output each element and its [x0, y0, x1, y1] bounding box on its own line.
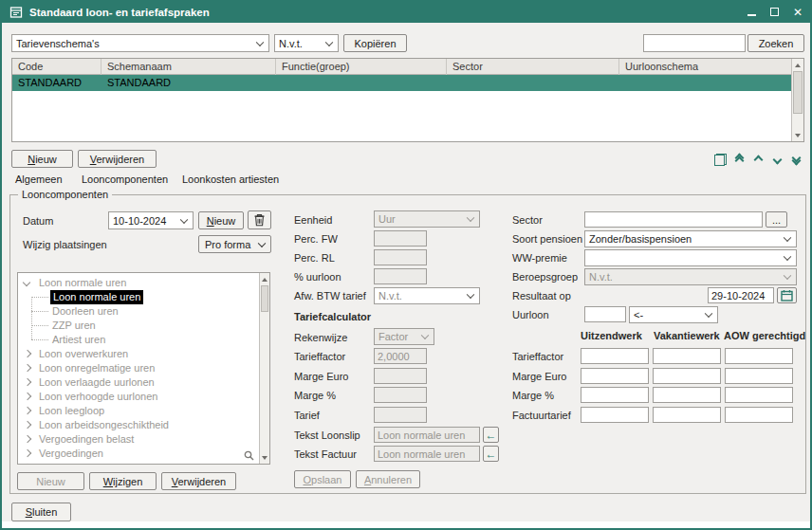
- chevron-right-icon[interactable]: [24, 378, 31, 386]
- scroll-up-button[interactable]: [260, 273, 269, 285]
- scroll-down-button[interactable]: [260, 451, 269, 464]
- delete-component-button[interactable]: Verwijderen: [161, 472, 236, 490]
- tarieffactor-input[interactable]: [374, 348, 427, 364]
- search-button[interactable]: Zoeken: [747, 34, 804, 52]
- tarief-input[interactable]: [374, 407, 427, 423]
- column-header-schemanaam[interactable]: Schemanaam: [102, 59, 276, 75]
- soort-pensioen-combobox[interactable]: Zonder/basispensioen: [584, 230, 797, 247]
- previous-record-button[interactable]: [749, 151, 766, 168]
- matrix-input[interactable]: [653, 368, 721, 384]
- tree-search-button[interactable]: [244, 450, 254, 463]
- perc-rl-input[interactable]: [374, 249, 427, 265]
- afw-btw-tarief-combobox[interactable]: N.v.t.: [374, 287, 480, 304]
- scrollbar-thumb[interactable]: [793, 71, 803, 114]
- chevron-down-icon[interactable]: [23, 279, 30, 286]
- rekenwijze-combobox[interactable]: Factor: [374, 328, 434, 345]
- delete-date-button[interactable]: [248, 210, 271, 229]
- delete-schema-button[interactable]: Verwijderen: [78, 150, 157, 168]
- chevron-down-icon: [180, 215, 188, 223]
- scroll-down-button[interactable]: [792, 129, 803, 141]
- matrix-row-label-marge-pct: Marge %: [512, 390, 554, 401]
- first-record-button[interactable]: [730, 151, 747, 168]
- copy-loonslip-text-button[interactable]: ←: [483, 427, 499, 443]
- cell-code: STANDAARD: [12, 75, 102, 91]
- tab-algemeen[interactable]: Algemeen: [15, 174, 63, 185]
- perc-fw-label: Perc. FW: [294, 233, 338, 245]
- uurloon-input[interactable]: [584, 306, 626, 322]
- tekst-factuur-input[interactable]: [374, 446, 480, 462]
- matrix-input[interactable]: [653, 387, 721, 403]
- tekst-loonslip-input[interactable]: [374, 427, 480, 443]
- filter-combobox[interactable]: N.v.t.: [274, 34, 339, 52]
- close-window-button[interactable]: Sluiten: [11, 503, 71, 521]
- matrix-input[interactable]: [653, 407, 721, 423]
- tab-looncomponenten[interactable]: Looncomponenten: [82, 174, 168, 185]
- pct-uurloon-input[interactable]: [374, 268, 427, 284]
- close-button[interactable]: ✕: [793, 7, 803, 18]
- new-date-button[interactable]: Nieuw: [198, 211, 244, 229]
- column-header-sector[interactable]: Sector: [447, 59, 619, 75]
- app-icon: [9, 6, 23, 19]
- save-button[interactable]: Opslaan: [294, 470, 351, 488]
- datum-label: Datum: [23, 215, 53, 227]
- sector-browse-button[interactable]: ...: [766, 211, 787, 228]
- tarief-label: Tarief: [294, 410, 320, 421]
- perc-fw-input[interactable]: [374, 230, 427, 247]
- schema-combobox[interactable]: Tarievenschema's: [11, 34, 269, 52]
- chevron-right-icon[interactable]: [24, 449, 31, 457]
- matrix-input[interactable]: [581, 348, 649, 364]
- uurloon-source-combobox[interactable]: <-: [629, 306, 718, 323]
- matrix-input[interactable]: [581, 368, 649, 384]
- copy-schema-button[interactable]: Kopiëren: [343, 34, 407, 52]
- chevron-right-icon[interactable]: [24, 464, 31, 465]
- datum-combobox[interactable]: 10-10-2024: [108, 211, 194, 229]
- search-input[interactable]: [643, 34, 746, 52]
- tab-loonkosten-artiesten[interactable]: Loonkosten artiesten: [182, 174, 279, 185]
- minimize-icon: [747, 14, 756, 16]
- matrix-input[interactable]: [725, 348, 793, 364]
- matrix-input[interactable]: [653, 348, 721, 364]
- column-header-uurloonschema[interactable]: Uurloonschema: [619, 59, 793, 75]
- chevron-right-icon[interactable]: [24, 435, 31, 443]
- maximize-icon: [770, 8, 779, 16]
- cancel-button[interactable]: Annuleren: [356, 470, 420, 488]
- sector-input[interactable]: [584, 211, 763, 228]
- last-record-button[interactable]: [787, 151, 804, 168]
- column-header-code[interactable]: Code: [12, 59, 102, 75]
- table-scrollbar[interactable]: [791, 59, 803, 141]
- matrix-input[interactable]: [725, 387, 793, 403]
- new-schema-button[interactable]: Nieuw: [11, 150, 73, 168]
- ww-premie-combobox[interactable]: [584, 249, 797, 266]
- tarieffactor-label: Tarieffactor: [294, 351, 345, 362]
- matrix-input[interactable]: [725, 407, 793, 423]
- resultaat-op-calendar-button[interactable]: [777, 287, 797, 303]
- copy-factuur-text-button[interactable]: ←: [483, 446, 499, 462]
- tree-scrollbar[interactable]: [259, 273, 269, 464]
- chevron-right-icon[interactable]: [24, 421, 31, 429]
- marge-euro-input[interactable]: [374, 368, 427, 384]
- scrollbar-thumb[interactable]: [261, 285, 268, 312]
- resultaat-op-input[interactable]: [708, 287, 774, 303]
- next-record-button[interactable]: [768, 151, 785, 168]
- bottom-strip: [2, 521, 810, 528]
- edit-component-button[interactable]: Wijzigen: [89, 472, 157, 490]
- minimize-button[interactable]: [747, 7, 756, 18]
- chevron-right-icon[interactable]: [24, 350, 31, 357]
- proforma-dropdown-button[interactable]: Pro forma: [198, 235, 271, 253]
- trash-icon: [253, 213, 266, 227]
- chevron-right-icon[interactable]: [24, 407, 31, 414]
- table-row-selected[interactable]: STANDAARD STANDAARD: [12, 75, 791, 91]
- marge-pct-input[interactable]: [374, 387, 427, 403]
- maximize-button[interactable]: [770, 7, 779, 18]
- beroepsgroep-combobox[interactable]: N.v.t.: [584, 268, 797, 285]
- eenheid-combobox[interactable]: Uur: [374, 210, 480, 228]
- scroll-up-button[interactable]: [792, 59, 803, 71]
- new-component-button[interactable]: Nieuw: [17, 472, 84, 490]
- matrix-input[interactable]: [581, 407, 649, 423]
- duplicate-button[interactable]: [711, 151, 729, 168]
- chevron-right-icon[interactable]: [24, 364, 31, 372]
- chevron-right-icon[interactable]: [24, 393, 31, 400]
- column-header-functiegroep[interactable]: Functie(groep): [276, 59, 447, 75]
- matrix-input[interactable]: [725, 368, 793, 384]
- matrix-input[interactable]: [581, 387, 649, 403]
